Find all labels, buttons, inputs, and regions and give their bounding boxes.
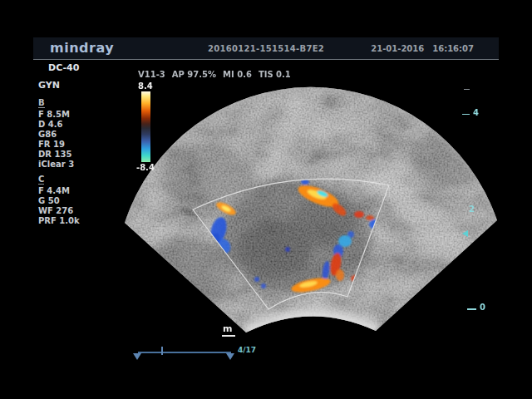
c-mode-label: C (38, 175, 44, 185)
doppler-color-scale: 8.4 -8.4 (136, 81, 170, 172)
tis-label: TIS 0.1 (259, 70, 291, 79)
b-param-gain: G86 (38, 130, 125, 140)
acoustic-power-label: AP 97.5% (172, 70, 216, 79)
cine-frame-counter: 4/17 (238, 346, 256, 354)
scale-max-label: 8.4 (138, 81, 170, 91)
machine-model: DC-40 (48, 62, 125, 73)
c-param-wall-filter: WF 276 (38, 206, 125, 216)
b-param-frequency: F 8.5M (38, 110, 125, 120)
orientation-marker-underline (222, 335, 235, 337)
b-param-framerate: FR 19 (38, 140, 125, 150)
time-label: 16:16:07 (432, 44, 474, 53)
title-bar: mindray 20160121-151514-B7E2 21-01-2016 … (33, 37, 499, 60)
probe-label: V11-3 (138, 70, 165, 79)
c-param-prf: PRF 1.0k (38, 216, 125, 226)
image-header: V11-3 AP 97.5% MI 0.6 TIS 0.1 (138, 70, 291, 79)
cine-position-marker[interactable] (161, 347, 163, 355)
c-param-frequency: F 4.4M (38, 186, 125, 196)
depth-dash-4 (462, 114, 470, 115)
doppler-colorbar (141, 91, 150, 162)
depth-dash-0 (467, 308, 476, 310)
b-mode-label: B (38, 98, 45, 108)
c-param-gain: G 50 (38, 196, 125, 206)
b-param-depth: D 4.6 (38, 120, 125, 130)
scale-min-label: -8.4 (136, 163, 170, 172)
exam-preset: GYN (38, 80, 125, 91)
mi-label: MI 0.6 (223, 70, 252, 79)
depth-label-4: 4 (473, 108, 479, 117)
cine-end-arrow-icon[interactable] (226, 353, 234, 360)
depth-label-0: 0 (480, 303, 485, 312)
depth-label-2: 2 (469, 204, 475, 214)
b-param-iclear: iClear 3 (38, 160, 125, 170)
date-label: 21-01-2016 (371, 44, 424, 53)
orientation-marker: m (223, 323, 232, 334)
cine-start-arrow-icon[interactable] (133, 353, 141, 360)
depth-tick (464, 89, 470, 90)
focus-marker-icon[interactable] (462, 230, 468, 237)
parameter-panel: DC-40 GYN B F 8.5M D 4.6 G86 FR 19 DR 13… (38, 62, 125, 226)
exam-file-id: 20160121-151514-B7E2 (208, 44, 324, 53)
datetime: 21-01-2016 16:16:07 (371, 44, 474, 53)
b-param-dynamic-range: DR 135 (38, 150, 125, 160)
mindray-logo: mindray (50, 40, 114, 56)
cine-progress-bar[interactable] (138, 352, 231, 353)
